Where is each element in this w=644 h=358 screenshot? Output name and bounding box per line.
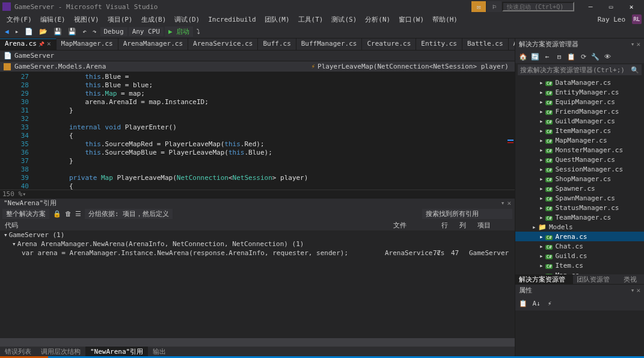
tab-class[interactable]: 类视图 — [620, 274, 644, 284]
start-button[interactable]: ▶ 启动 — [165, 26, 193, 37]
menu-project[interactable]: 项目(P) — [103, 15, 137, 24]
result-row[interactable]: var arena = ArenaManager.Instance.NewAre… — [0, 248, 515, 258]
menu-debug[interactable]: 调试(D) — [170, 15, 204, 24]
solution-search[interactable]: 搜索解决方案资源管理器(Ctrl+;)🔍 — [518, 64, 642, 75]
menu-edit[interactable]: 编辑(E) — [36, 15, 70, 24]
tree-node[interactable]: ▸FriendManager.cs — [515, 106, 644, 116]
tab-solution[interactable]: 解决方案资源管理器 — [515, 274, 573, 284]
menu-tools[interactable]: 工具(T) — [294, 15, 328, 24]
tree-node[interactable]: ▸SpawnManager.cs — [515, 193, 644, 203]
collapse-icon[interactable]: ⊟ — [554, 51, 565, 62]
nav-back-button[interactable]: ◀ — [2, 26, 11, 37]
solution-tree[interactable]: ▸DataManager.cs▸EntityManager.cs▸EquipMa… — [515, 76, 644, 274]
flag-icon[interactable]: ⚐ — [487, 1, 501, 12]
file-tab[interactable]: AIBoss.cs — [509, 39, 515, 50]
menu-view[interactable]: 视图(V) — [70, 15, 103, 24]
tree-node[interactable]: ▸📁Models — [515, 222, 644, 232]
tab-team[interactable]: 团队资源管理器 — [573, 274, 620, 284]
clear-icon[interactable]: 🗑 — [65, 210, 72, 218]
code-body[interactable]: this.Blue = this.Blue = blue; this.Map =… — [35, 72, 515, 190]
menu-file[interactable]: 文件(F) — [2, 15, 36, 24]
list-icon[interactable]: ☰ — [75, 210, 81, 218]
step-button[interactable]: ⤵ — [194, 26, 203, 37]
config-select[interactable]: Debug — [100, 27, 127, 36]
notif-icon[interactable]: ✉ — [471, 1, 486, 12]
maximize-button[interactable]: ▭ — [601, 3, 621, 11]
refresh-icon[interactable]: ⟳ — [578, 51, 589, 62]
zoom-level[interactable]: 150 % ▾ — [0, 190, 515, 198]
sync-icon[interactable]: 🔄 — [530, 51, 541, 62]
group-select[interactable]: 分组依据: 项目，然后定义 — [85, 209, 173, 219]
menu-build[interactable]: 生成(B) — [137, 15, 171, 24]
code-editor[interactable]: 2728293031323334353637383940414243444546… — [0, 72, 515, 190]
lock-icon[interactable]: 🔒 — [53, 210, 61, 218]
tree-node[interactable]: ▸MonsterManager.cs — [515, 145, 644, 155]
bottom-tab[interactable]: 输出 — [148, 347, 171, 356]
menu-help[interactable]: 帮助(H) — [428, 15, 462, 24]
platform-select[interactable]: Any CPU — [129, 27, 164, 36]
menu-analyze[interactable]: 分析(N) — [361, 15, 394, 24]
panel-menu-icon[interactable]: ▾ — [501, 199, 505, 207]
file-tab[interactable]: ArenaManager.cs — [118, 39, 188, 50]
tree-node[interactable]: ▸EquipManager.cs — [515, 97, 644, 106]
close-button[interactable]: ✕ — [621, 3, 642, 11]
tree-node[interactable]: ▸Guild.cs — [515, 251, 644, 261]
user-badge[interactable]: Ray Leo RL — [593, 14, 642, 24]
tree-node[interactable]: ▸Spawner.cs — [515, 184, 644, 193]
saveall-button[interactable]: 💾 — [66, 26, 79, 37]
events-icon[interactable]: ⚡ — [544, 298, 555, 309]
bottom-tab[interactable]: "NewArena"引用 — [85, 347, 148, 356]
minimize-button[interactable]: ─ — [580, 3, 601, 11]
home-icon[interactable]: 🏠 — [518, 51, 529, 62]
tree-node[interactable]: ▸DataManager.cs — [515, 78, 644, 87]
undo-button[interactable]: ↶ — [80, 26, 89, 37]
search-results[interactable]: 搜索找到所有引用 — [422, 209, 512, 219]
prop-close-icon[interactable]: ✕ — [636, 286, 640, 294]
tree-node[interactable]: ▸Item.cs — [515, 261, 644, 270]
file-tab[interactable]: ArenaService.cs — [188, 39, 258, 50]
file-tab[interactable]: BuffManager.cs — [296, 39, 363, 50]
results-scrollbar[interactable] — [0, 338, 515, 347]
props-icon[interactable]: 🔧 — [590, 51, 601, 62]
breadcrumb-ns[interactable]: GameServer.Models.Arena — [12, 63, 108, 70]
menu-incredibuild[interactable]: Incredibuild — [204, 16, 260, 23]
categorize-icon[interactable]: 📋 — [518, 298, 529, 309]
prop-drop-icon[interactable]: ▾ — [631, 286, 635, 294]
tree-node[interactable]: ▸Map.cs — [515, 270, 644, 274]
tree-node[interactable]: ▸EntityManager.cs — [515, 87, 644, 97]
overview-ruler[interactable] — [506, 72, 515, 190]
preview-icon[interactable]: 👁 — [602, 51, 613, 62]
menu-team[interactable]: 团队(M) — [260, 15, 294, 24]
back-icon[interactable]: ← — [542, 51, 553, 62]
menu-window[interactable]: 窗口(W) — [394, 15, 428, 24]
tree-node[interactable]: ▸SessionManager.cs — [515, 164, 644, 174]
file-tab[interactable]: Battle.cs — [462, 39, 509, 50]
new-button[interactable]: 📄 — [22, 26, 35, 37]
redo-button[interactable]: ↷ — [90, 26, 99, 37]
panel-close-icon[interactable]: ✕ — [507, 199, 511, 207]
menu-test[interactable]: 测试(S) — [327, 15, 361, 24]
file-tab[interactable]: Creature.cs — [362, 39, 416, 50]
save-button[interactable]: 💾 — [51, 26, 64, 37]
open-button[interactable]: 📂 — [37, 26, 50, 37]
tree-node[interactable]: ▸Arena.cs — [515, 232, 644, 241]
tree-node[interactable]: ▸ItemManager.cs — [515, 126, 644, 135]
nav-fwd-button[interactable]: ▸ — [13, 26, 22, 37]
quick-launch-input[interactable] — [502, 2, 574, 11]
sort-icon[interactable]: A↓ — [531, 298, 542, 309]
panel-drop-icon[interactable]: ▾ — [631, 40, 635, 48]
editor-dropdown[interactable]: 📄 GameServer — [0, 51, 515, 61]
tree-node[interactable]: ▸Chat.cs — [515, 241, 644, 251]
breadcrumb-method[interactable]: PlayerLeaveMap(NetConnection<NetSession>… — [315, 63, 511, 70]
tree-node[interactable]: ▸GuildManager.cs — [515, 116, 644, 126]
tree-node[interactable]: ▸StatusManager.cs — [515, 203, 644, 212]
result-row[interactable]: ▾Arena ArenaManager.NewArena(ArenaInfo, … — [0, 239, 515, 248]
file-tab[interactable]: MapManager.cs — [57, 39, 118, 50]
result-row[interactable]: ▾GameServer (1) — [0, 230, 515, 239]
tree-node[interactable]: ▸ShopManager.cs — [515, 174, 644, 184]
file-tab[interactable]: Arena.cs📌✕ — [0, 39, 57, 50]
bottom-tab[interactable]: 调用层次结构 — [36, 347, 85, 356]
scope-select[interactable]: 整个解决方案 — [2, 209, 49, 219]
bottom-tab[interactable]: 错误列表 — [0, 347, 36, 356]
file-tab[interactable]: Buff.cs — [258, 39, 296, 50]
